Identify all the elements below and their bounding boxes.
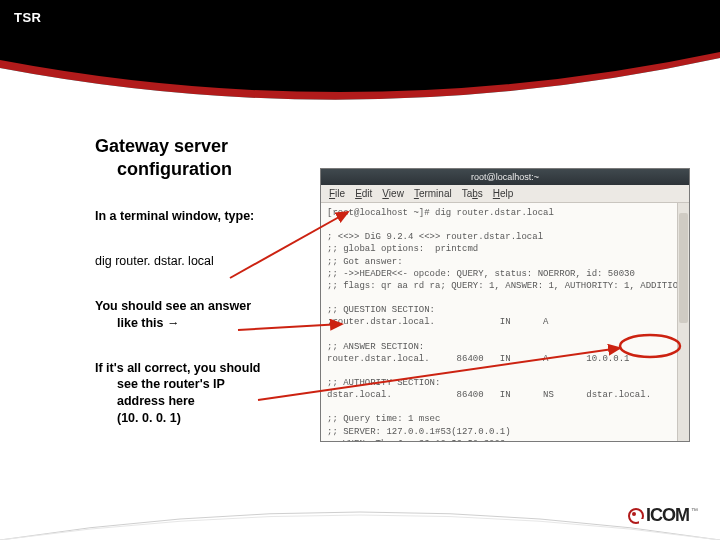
left-column: Gateway server configuration In a termin… bbox=[95, 135, 310, 427]
scrollbar-thumb[interactable] bbox=[679, 213, 688, 323]
terminal-menubar[interactable]: File Edit View Terminal Tabs Help bbox=[321, 185, 689, 203]
brand-logo: ICOM ™ bbox=[628, 505, 698, 526]
logo-circle-icon bbox=[628, 508, 644, 524]
menu-edit[interactable]: Edit bbox=[355, 188, 372, 199]
title-line1: Gateway server bbox=[95, 136, 228, 156]
title-line2: configuration bbox=[95, 158, 310, 181]
instruction-3-c: address here bbox=[95, 393, 310, 410]
terminal-window: root@localhost:~ File Edit View Terminal… bbox=[320, 168, 690, 442]
instruction-1: In a terminal window, type: bbox=[95, 208, 310, 225]
menu-tabs[interactable]: Tabs bbox=[462, 188, 483, 199]
menu-help[interactable]: Help bbox=[493, 188, 514, 199]
instruction-3-a: If it's all correct, you should bbox=[95, 361, 261, 375]
slide-title: Gateway server configuration bbox=[95, 135, 310, 180]
menu-view[interactable]: View bbox=[382, 188, 404, 199]
header-band: TSR bbox=[0, 0, 720, 110]
terminal-body[interactable]: [root@localhost ~]# dig router.dstar.loc… bbox=[321, 203, 689, 441]
terminal-scrollbar[interactable] bbox=[677, 203, 689, 441]
instruction-3-d: (10. 0. 0. 1) bbox=[95, 410, 310, 427]
instruction-2-a: You should see an answer bbox=[95, 299, 251, 313]
command-text: dig router. dstar. local bbox=[95, 253, 310, 270]
menu-file[interactable]: File bbox=[329, 188, 345, 199]
instruction-3-b: see the router's IP bbox=[95, 376, 310, 393]
terminal-titlebar: root@localhost:~ bbox=[321, 169, 689, 185]
menu-terminal[interactable]: Terminal bbox=[414, 188, 452, 199]
logo-tm: ™ bbox=[691, 507, 698, 514]
footer: ICOM ™ bbox=[0, 480, 720, 540]
instruction-3: If it's all correct, you should see the … bbox=[95, 360, 310, 428]
instruction-2: You should see an answer like this → bbox=[95, 298, 310, 332]
logo-text: ICOM bbox=[646, 505, 689, 526]
instruction-2-b: like this → bbox=[95, 315, 310, 332]
header-badge: TSR bbox=[14, 10, 42, 25]
